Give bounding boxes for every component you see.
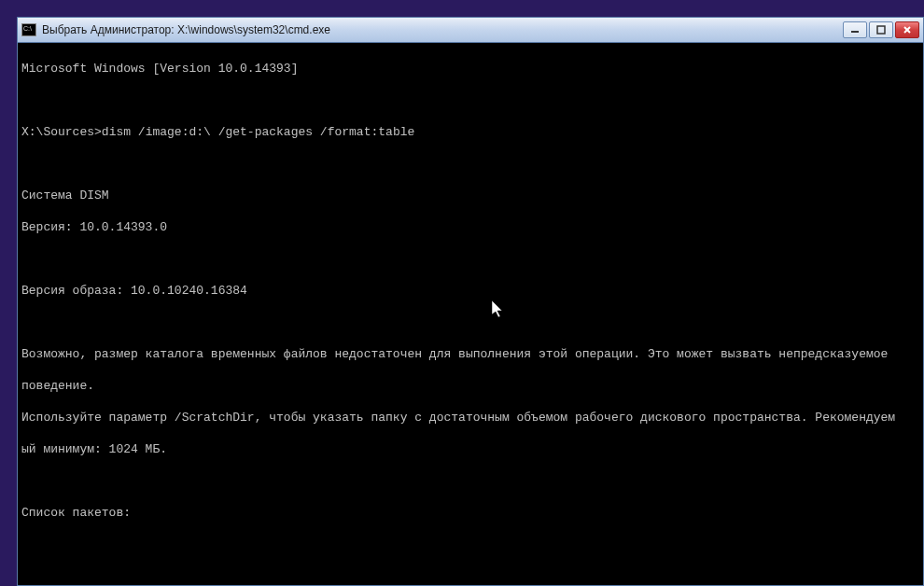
- version-line: Версия: 10.0.14393.0: [21, 219, 919, 235]
- warning-line: поведение.: [21, 378, 919, 394]
- cmd-icon: [21, 23, 36, 36]
- terminal-output[interactable]: Microsoft Windows [Version 10.0.14393] X…: [17, 43, 924, 586]
- prompt: X:\Sources>: [21, 125, 102, 139]
- blank: [21, 314, 919, 330]
- maximize-button[interactable]: [869, 21, 893, 38]
- blank: [21, 537, 919, 552]
- blank: [21, 473, 919, 489]
- window-controls: [843, 21, 919, 38]
- blank: [21, 92, 919, 108]
- warning-line: Возможно, размер каталога временных файл…: [21, 346, 919, 362]
- blank: [21, 251, 919, 267]
- blank: [21, 156, 919, 172]
- svg-rect-1: [877, 26, 885, 34]
- warning-line: Используйте параметр /ScratchDir, чтобы …: [21, 410, 919, 426]
- list-header: Список пакетов:: [21, 505, 919, 521]
- command: dism /image:d:\ /get-packages /format:ta…: [102, 125, 414, 139]
- prompt-line: X:\Sources>dism /image:d:\ /get-packages…: [21, 124, 919, 140]
- window-title: Выбрать Администратор: X:\windows\system…: [42, 23, 843, 36]
- system-line: Система DISM: [21, 188, 919, 203]
- titlebar[interactable]: Выбрать Администратор: X:\windows\system…: [17, 17, 924, 43]
- close-button[interactable]: [895, 21, 919, 38]
- image-version-line: Версия образа: 10.0.10240.16384: [21, 283, 919, 299]
- cmd-window: Выбрать Администратор: X:\windows\system…: [17, 17, 924, 586]
- header-line: Microsoft Windows [Version 10.0.14393]: [21, 61, 919, 77]
- blank: [21, 568, 919, 584]
- minimize-button[interactable]: [843, 21, 867, 38]
- warning-line: ый минимум: 1024 МБ.: [21, 441, 919, 457]
